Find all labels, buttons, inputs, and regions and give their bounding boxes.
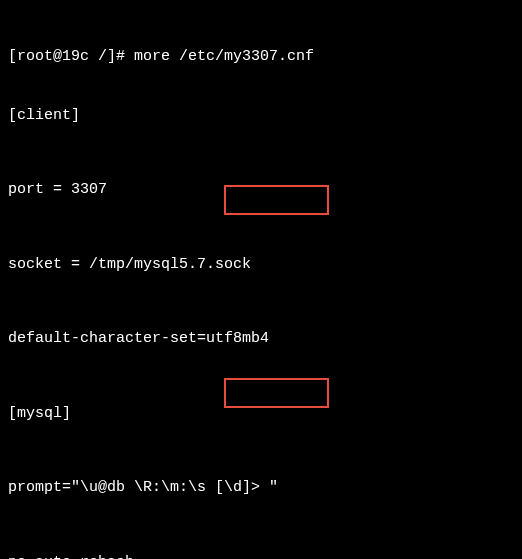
config-mysql-prompt: prompt="\u@db \R:\m:\s [\d]> " [8, 478, 514, 498]
config-client-charset: default-character-set=utf8mb4 [8, 329, 514, 349]
config-mysql-section: [mysql] [8, 404, 514, 424]
config-client-section: [client] [8, 106, 514, 126]
config-client-port: port = 3307 [8, 180, 514, 200]
shell-prompt-line: [root@19c /]# more /etc/my3307.cnf [8, 47, 514, 67]
config-client-socket: socket = /tmp/mysql5.7.sock [8, 255, 514, 275]
config-mysql-norehash: no-auto-rehash [8, 553, 514, 560]
terminal-output: [root@19c /]# more /etc/my3307.cnf [clie… [8, 8, 514, 559]
